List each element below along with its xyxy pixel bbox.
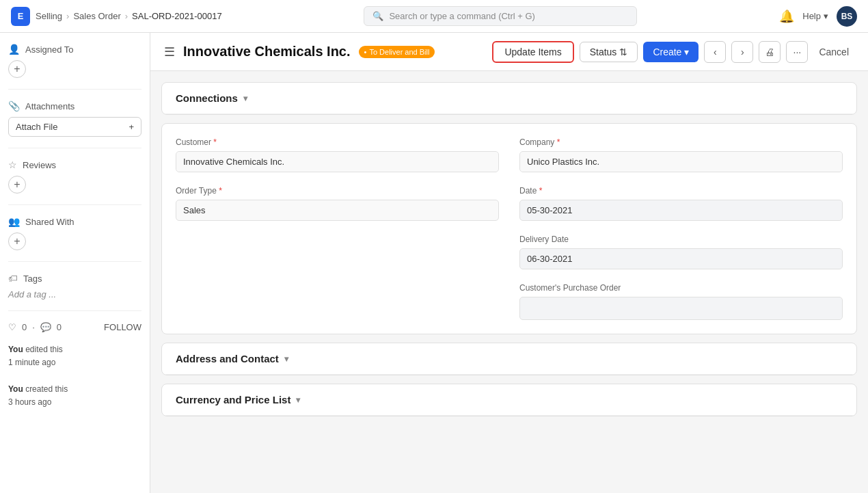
create-chevron-icon: ▾ bbox=[684, 46, 689, 57]
next-button[interactable]: › bbox=[731, 41, 753, 63]
search-bar[interactable]: 🔍 Search or type a command (Ctrl + G) bbox=[364, 6, 637, 26]
help-chevron-icon: ▾ bbox=[824, 11, 828, 21]
more-options-button[interactable]: ··· bbox=[786, 41, 808, 63]
likes-count: 0 bbox=[22, 322, 27, 332]
address-chevron-icon: ▾ bbox=[284, 354, 288, 364]
status-button[interactable]: Status ⇅ bbox=[580, 42, 638, 62]
company-label: Company * bbox=[519, 137, 843, 147]
dot-sep: · bbox=[32, 322, 35, 332]
customer-field: Customer * Innovative Chemicals Inc. bbox=[176, 137, 499, 172]
update-items-button[interactable]: Update Items bbox=[492, 41, 573, 63]
breadcrumb-current[interactable]: SAL-ORD-2021-00017 bbox=[132, 11, 222, 21]
page-actions: Update Items Status ⇅ Create ▾ ‹ › 🖨 ···… bbox=[492, 41, 854, 63]
sidebar: 👤 Assigned To + 📎 Attachments Attach Fil… bbox=[0, 33, 150, 493]
comment-icon[interactable]: 💬 bbox=[40, 322, 51, 332]
activity-time-0: 1 minute ago bbox=[8, 358, 55, 367]
order-type-value[interactable]: Sales bbox=[176, 200, 499, 221]
breadcrumb-sales-order[interactable]: Sales Order bbox=[73, 11, 120, 21]
main-form-card: Customer * Innovative Chemicals Inc. Com… bbox=[161, 123, 857, 334]
avatar[interactable]: BS bbox=[837, 6, 857, 27]
activity-actor-0: You bbox=[8, 345, 23, 354]
add-shared-button[interactable]: + bbox=[8, 232, 26, 250]
app-icon[interactable]: E bbox=[11, 7, 30, 26]
help-button[interactable]: Help ▾ bbox=[802, 11, 828, 21]
tags-text: Tags bbox=[23, 274, 42, 284]
status-dot: • bbox=[364, 48, 367, 56]
breadcrumb-selling[interactable]: Selling bbox=[36, 11, 62, 21]
order-type-label: Order Type * bbox=[176, 186, 499, 196]
help-label: Help bbox=[802, 11, 821, 21]
attach-file-label: Attach File bbox=[16, 122, 57, 132]
tag-icon: 🏷 bbox=[8, 273, 18, 284]
currency-section: Currency and Price List ▾ bbox=[161, 384, 857, 416]
hamburger-icon[interactable]: ☰ bbox=[164, 44, 175, 59]
activity-item-0: You edited this 1 minute ago bbox=[8, 343, 141, 369]
form-grid: Customer * Innovative Chemicals Inc. Com… bbox=[176, 137, 843, 320]
delivery-date-value[interactable]: 06-30-2021 bbox=[519, 248, 843, 269]
assigned-to-section: 👤 Assigned To + bbox=[8, 44, 141, 78]
form-body: Connections ▾ Customer * Innovative Chem… bbox=[150, 71, 868, 427]
address-title: Address and Contact bbox=[176, 353, 279, 364]
sep-2: › bbox=[125, 11, 128, 21]
cancel-button[interactable]: Cancel bbox=[813, 42, 854, 62]
customer-label: Customer * bbox=[176, 137, 499, 147]
reviews-text: Reviews bbox=[23, 160, 56, 170]
date-field: Date * 05-30-2021 bbox=[519, 186, 843, 221]
address-header[interactable]: Address and Contact ▾ bbox=[162, 343, 856, 375]
page-title-area: ☰ Innovative Chemicals Inc. • To Deliver… bbox=[164, 44, 435, 59]
tags-section: 🏷 Tags Add a tag ... bbox=[8, 273, 141, 299]
divider-5 bbox=[8, 310, 141, 311]
delivery-date-label: Delivery Date bbox=[519, 235, 843, 244]
reviews-label: ☆ Reviews bbox=[8, 159, 141, 170]
notification-bell-icon[interactable]: 🔔 bbox=[779, 9, 794, 24]
comments-count: 0 bbox=[57, 322, 62, 332]
page-title: Innovative Chemicals Inc. bbox=[183, 44, 351, 59]
connections-header[interactable]: Connections ▾ bbox=[162, 83, 856, 114]
divider-3 bbox=[8, 204, 141, 205]
order-type-field: Order Type * Sales bbox=[176, 186, 499, 221]
divider-1 bbox=[8, 89, 141, 90]
add-tag-field[interactable]: Add a tag ... bbox=[8, 289, 141, 299]
search-area[interactable]: 🔍 Search or type a command (Ctrl + G) bbox=[364, 6, 637, 26]
topbar-left: E Selling › Sales Order › SAL-ORD-2021-0… bbox=[11, 7, 222, 26]
activity-actor-1: You bbox=[8, 384, 23, 394]
print-button[interactable]: 🖨 bbox=[759, 41, 781, 63]
date-label: Date * bbox=[519, 186, 843, 196]
connections-section: Connections ▾ bbox=[161, 82, 857, 115]
status-chevron-icon: ⇅ bbox=[619, 46, 627, 57]
activity-time-1: 3 hours ago bbox=[8, 397, 51, 407]
follow-button[interactable]: FOLLOW bbox=[104, 322, 141, 332]
topbar-right: 🔔 Help ▾ BS bbox=[779, 6, 857, 27]
company-value[interactable]: Unico Plastics Inc. bbox=[519, 151, 843, 172]
currency-header[interactable]: Currency and Price List ▾ bbox=[162, 384, 856, 416]
attachments-label: 📎 Attachments bbox=[8, 101, 141, 111]
star-icon: ☆ bbox=[8, 159, 17, 170]
purchase-order-label: Customer's Purchase Order bbox=[519, 283, 843, 293]
shared-icon: 👥 bbox=[8, 216, 20, 227]
currency-title: Currency and Price List bbox=[176, 394, 290, 405]
page-header: ☰ Innovative Chemicals Inc. • To Deliver… bbox=[150, 33, 868, 71]
create-btn-label: Create bbox=[653, 46, 681, 57]
attach-plus-icon: + bbox=[128, 122, 134, 132]
connections-title: Connections bbox=[176, 92, 238, 104]
tags-label: 🏷 Tags bbox=[8, 273, 141, 284]
main-content: ☰ Innovative Chemicals Inc. • To Deliver… bbox=[150, 33, 868, 493]
attach-file-button[interactable]: Attach File + bbox=[8, 117, 141, 137]
company-field: Company * Unico Plastics Inc. bbox=[519, 137, 843, 172]
assigned-to-label: 👤 Assigned To bbox=[8, 44, 141, 55]
heart-icon[interactable]: ♡ bbox=[8, 322, 16, 332]
shared-with-section: 👥 Shared With + bbox=[8, 216, 141, 250]
add-assigned-button[interactable]: + bbox=[8, 60, 26, 78]
add-review-button[interactable]: + bbox=[8, 176, 26, 194]
currency-chevron-icon: ▾ bbox=[296, 395, 300, 405]
purchase-order-value[interactable] bbox=[519, 297, 843, 320]
assigned-to-text: Assigned To bbox=[25, 44, 74, 55]
status-text: To Deliver and Bill bbox=[369, 48, 429, 56]
prev-button[interactable]: ‹ bbox=[704, 41, 726, 63]
shared-with-text: Shared With bbox=[25, 217, 74, 227]
search-icon: 🔍 bbox=[372, 11, 383, 21]
customer-value[interactable]: Innovative Chemicals Inc. bbox=[176, 151, 499, 172]
date-value[interactable]: 05-30-2021 bbox=[519, 200, 843, 221]
purchase-order-field: Customer's Purchase Order bbox=[519, 283, 843, 320]
create-button[interactable]: Create ▾ bbox=[643, 42, 699, 62]
